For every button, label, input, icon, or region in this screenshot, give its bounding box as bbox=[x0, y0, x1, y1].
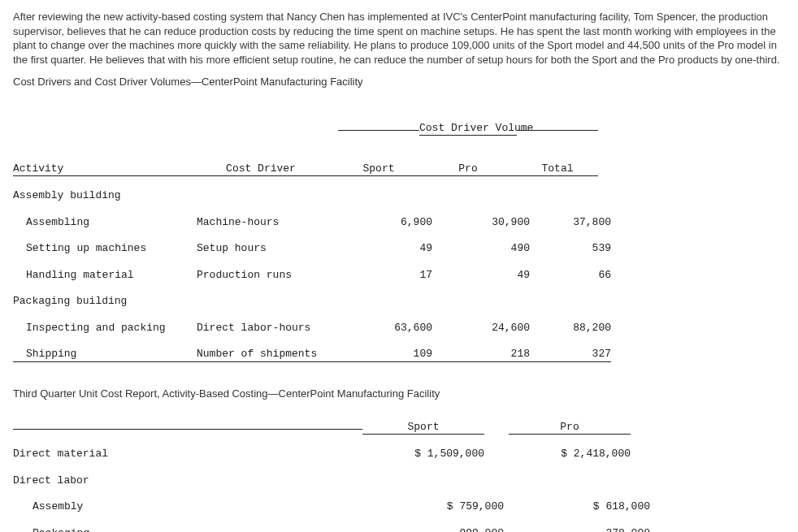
table2-title: Third Quarter Unit Cost Report, Activity… bbox=[13, 387, 785, 401]
hdr-total: Total bbox=[517, 162, 598, 176]
r-label: Assembling bbox=[13, 216, 197, 229]
table1-title: Cost Drivers and Cost Driver Volumes—Cen… bbox=[13, 75, 785, 89]
sec-assembly: Assembly building bbox=[13, 189, 184, 202]
hdr-pro: Pro bbox=[419, 162, 517, 176]
intro-paragraph: After reviewing the new activity-based c… bbox=[13, 10, 785, 67]
hdr-driver: Cost Driver bbox=[184, 162, 338, 176]
group-header: Cost Driver Volume bbox=[419, 122, 517, 136]
hdr-sport: Sport bbox=[338, 162, 419, 176]
hdr-sport2: Sport bbox=[362, 421, 484, 435]
hdr-activity: Activity bbox=[13, 162, 184, 176]
cost-driver-table: Cost Driver Volume ActivityCost DriverSp… bbox=[13, 96, 785, 375]
hdr-pro2: Pro bbox=[509, 421, 631, 435]
unit-cost-table: SportPro Direct material$ 1,509,000$ 2,4… bbox=[13, 408, 785, 532]
sec-packaging: Packaging building bbox=[13, 295, 184, 308]
